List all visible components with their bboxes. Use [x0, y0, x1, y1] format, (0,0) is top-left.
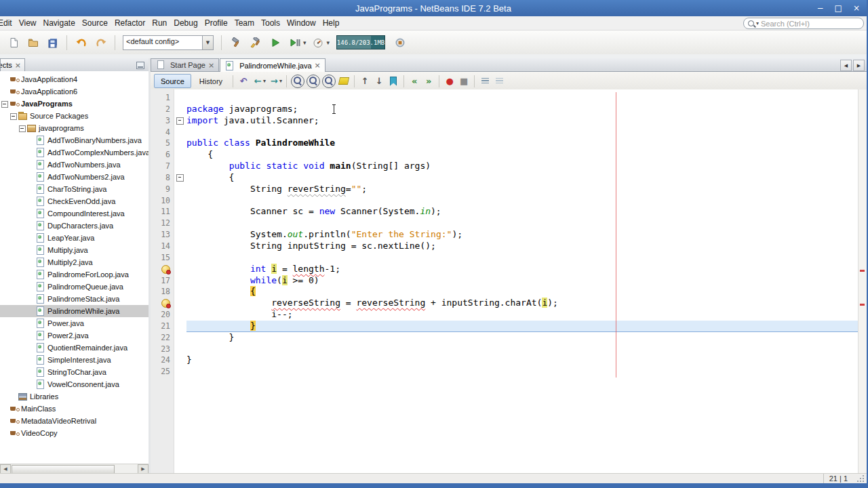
gutter-cell[interactable] — [151, 298, 174, 309]
expander-minus-icon[interactable] — [1, 100, 9, 108]
next-bookmark-icon[interactable]: ↓ — [373, 75, 385, 87]
menu-tools[interactable]: Tools — [258, 18, 283, 28]
tree-item[interactable]: CheckEvenOdd.java — [0, 195, 149, 207]
config-dropdown-icon[interactable]: ▼ — [202, 36, 213, 49]
tree-item[interactable]: SimpleInterest.java — [0, 354, 149, 366]
tab-close-icon[interactable]: × — [315, 61, 321, 70]
stop-macro-icon[interactable]: ■ — [458, 75, 470, 87]
tree-item[interactable]: JavaPrograms — [0, 98, 149, 110]
tree-item[interactable]: Libraries — [0, 390, 149, 403]
code-line[interactable]: 1 — [151, 92, 858, 104]
tree-item[interactable]: StringToChar.java — [0, 366, 149, 378]
tree-item[interactable]: PalindromeQueue.java — [0, 281, 149, 293]
code-line[interactable]: 23 — [151, 344, 858, 355]
config-combobox[interactable]: <default config> ▼ — [123, 35, 214, 50]
search-scope-dropdown-icon[interactable]: ▾ — [756, 20, 759, 26]
code-line[interactable]: 12 — [151, 218, 858, 229]
forward-dropdown-icon[interactable]: ▾ — [279, 78, 282, 84]
scrollbar-track[interactable] — [11, 465, 138, 474]
minimize-button[interactable]: − — [817, 3, 824, 13]
tree-item[interactable]: AddTwoComplexNumbers.java — [0, 146, 149, 159]
code-line[interactable]: 7 public static void main(String[] args) — [151, 161, 858, 172]
menu-team[interactable]: Team — [231, 18, 258, 28]
comment-icon[interactable] — [479, 75, 491, 87]
debug-button[interactable] — [285, 34, 304, 52]
expander-minus-icon[interactable] — [19, 124, 26, 133]
tab-scroll-left-icon[interactable]: ◀ — [840, 60, 852, 71]
profile-dropdown-icon[interactable]: ▾ — [327, 39, 330, 46]
back-icon[interactable]: ← — [252, 75, 264, 87]
toggle-bookmark-icon[interactable] — [387, 75, 399, 87]
source-view-button[interactable]: Source — [154, 74, 191, 88]
fold-collapse-icon[interactable] — [174, 115, 186, 127]
tree-item[interactable]: MainClass — [0, 403, 149, 415]
shift-line-right-icon[interactable]: » — [422, 75, 435, 87]
tree-item[interactable]: DupCharacters.java — [0, 220, 149, 232]
expander-minus-icon[interactable] — [10, 112, 18, 121]
menu-view[interactable]: View — [16, 18, 40, 28]
tree-item[interactable]: CompoundInterest.java — [0, 207, 149, 220]
build-button[interactable] — [226, 34, 245, 52]
profile-button[interactable] — [309, 34, 328, 52]
save-all-button[interactable] — [43, 34, 62, 52]
tree-item[interactable]: Source Packages — [0, 110, 149, 122]
tree-item[interactable]: javaprograms — [0, 122, 149, 134]
tree-item[interactable]: PalindromeForLoop.java — [0, 268, 149, 281]
find-next-occurrence-icon[interactable] — [322, 75, 336, 88]
menu-edit[interactable]: Edit — [0, 18, 16, 28]
back-dropdown-icon[interactable]: ▾ — [263, 78, 266, 84]
menu-run[interactable]: Run — [149, 18, 170, 28]
error-hint-icon[interactable] — [161, 265, 170, 274]
close-button[interactable]: × — [853, 3, 860, 13]
search-box[interactable]: ▾ Search (Ctrl+I) — [743, 18, 864, 29]
clean-build-button[interactable] — [246, 34, 264, 52]
record-macro-icon[interactable]: ● — [443, 75, 456, 87]
code-line[interactable]: 3import java.util.Scanner; — [151, 115, 858, 127]
debug-dropdown-icon[interactable]: ▾ — [303, 39, 307, 46]
code-editor[interactable]: 12package javaprograms;3import java.util… — [151, 89, 867, 474]
tree-item[interactable]: Power.java — [0, 317, 149, 329]
tree-item[interactable]: VowelConsonent.java — [0, 378, 149, 390]
fold-collapse-icon[interactable] — [174, 172, 186, 184]
tree-item[interactable]: MetadataVideoRetrival — [0, 415, 149, 427]
find-previous-occurrence-icon[interactable] — [307, 75, 320, 88]
undo-button[interactable] — [72, 34, 90, 52]
maximize-button[interactable]: □ — [835, 3, 842, 13]
error-stripe[interactable] — [858, 89, 867, 474]
menu-help[interactable]: Help — [319, 18, 343, 28]
tree-item[interactable]: LeapYear.java — [0, 232, 149, 244]
code-line[interactable]: 10 — [151, 195, 858, 207]
code-line[interactable]: 25 — [151, 366, 858, 378]
tree-item[interactable]: Multiply.java — [0, 244, 149, 256]
tab-projects[interactable]: Projects × — [0, 58, 25, 71]
tree-item[interactable]: PalindromeWhile.java — [0, 305, 149, 317]
tree-item[interactable]: PalindromeStack.java — [0, 293, 149, 305]
tab-close-icon[interactable]: × — [15, 61, 21, 70]
tree-item[interactable]: JavaApplication4 — [0, 73, 149, 85]
minimize-panel-icon[interactable] — [136, 62, 144, 69]
history-view-button[interactable]: History — [193, 75, 229, 87]
forward-icon[interactable]: → — [268, 75, 280, 87]
tab-close-icon[interactable]: × — [208, 61, 214, 70]
code-line[interactable]: 2package javaprograms; — [151, 104, 858, 115]
find-selection-icon[interactable] — [291, 75, 304, 88]
code-line[interactable]: 6 { — [151, 149, 858, 161]
code-line[interactable]: 17 while(i >= 0) — [151, 275, 858, 287]
code-line[interactable]: int i = length-1; — [151, 264, 858, 275]
tree-item[interactable]: VideoCopy — [0, 427, 149, 439]
error-hint-icon[interactable] — [161, 299, 170, 308]
code-line[interactable]: 5public class PalindromeWhile — [151, 138, 858, 149]
code-line[interactable]: 11 Scanner sc = new Scanner(System.in); — [151, 206, 858, 218]
code-line[interactable]: 24} — [151, 354, 858, 366]
code-line[interactable]: reverseString = reverseString + inputStr… — [151, 298, 858, 309]
tree-item[interactable]: CharToString.java — [0, 183, 149, 195]
redo-button[interactable] — [92, 34, 110, 52]
gc-button[interactable] — [391, 34, 409, 52]
code-line[interactable]: 8 { — [151, 172, 858, 184]
resize-grip[interactable] — [856, 474, 865, 483]
projects-horizontal-scrollbar[interactable]: ◀ ▶ — [0, 464, 149, 474]
menu-refactor[interactable]: Refactor — [111, 18, 149, 28]
code-line[interactable]: 14 String inputString = sc.nextLine(); — [151, 241, 858, 252]
search-input[interactable]: Search (Ctrl+I) — [761, 20, 810, 28]
tree-item[interactable]: JavaApplication6 — [0, 85, 149, 98]
